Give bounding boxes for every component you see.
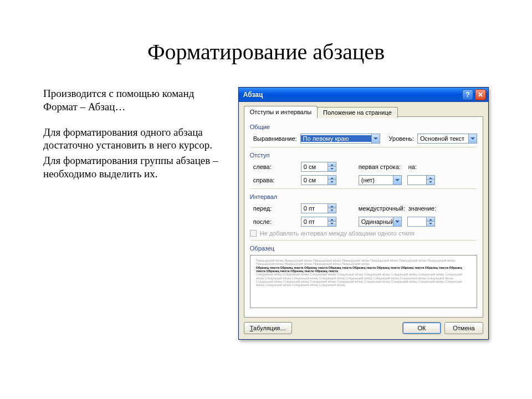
before-value: 0 пт (301, 205, 328, 212)
no-space-checkbox-row: Не добавлять интервал между абзацами одн… (250, 230, 477, 237)
paragraph-dialog: Абзац ? ✕ Отступы и интервалы Положение … (238, 87, 489, 340)
indent-heading: Отступ (250, 152, 477, 158)
spinner-buttons[interactable] (328, 204, 336, 213)
close-button[interactable]: ✕ (475, 89, 486, 100)
spinner-buttons[interactable] (426, 217, 434, 226)
ok-button[interactable]: ОК (402, 322, 441, 334)
no-space-label: Не добавлять интервал между абзацами одн… (260, 230, 415, 237)
before-label: перед: (253, 205, 298, 212)
indent-left-value: 0 см (301, 163, 328, 170)
firstline-on-spinner[interactable] (407, 175, 435, 185)
level-value: Основной текст (418, 135, 468, 142)
linespacing-label: междустрочный: (359, 205, 405, 212)
preview-box: Предыдущий абзац Предыдущий абзац Предыд… (250, 255, 477, 308)
indent-right-label: справа: (253, 177, 298, 183)
preview-sample: Образец текста Образец текста Образец те… (256, 266, 471, 273)
before-spinner[interactable]: 0 пт (301, 203, 336, 213)
indent-right-spinner[interactable]: 0 см (301, 175, 336, 185)
value-label: значение: (408, 205, 434, 212)
level-label: Уровень: (389, 135, 414, 142)
chevron-down-icon[interactable] (393, 217, 401, 226)
chevron-down-icon[interactable] (468, 134, 477, 143)
desc-line-2: Для форматирования одного абзаца достато… (43, 126, 223, 152)
desc-line-1: Производится с помощью команд Формат – А… (43, 87, 223, 114)
indent-left-label: слева: (253, 163, 298, 170)
spinner-buttons[interactable] (426, 176, 434, 185)
tab-strip: Отступы и интервалы Положение на страниц… (244, 106, 483, 117)
desc-line-3: Для форматирования группы абзацев – необ… (43, 154, 223, 181)
no-space-checkbox (250, 230, 257, 237)
dialog-titlebar[interactable]: Абзац ? ✕ (239, 88, 488, 102)
tabs-button[interactable]: Табуляция… (244, 322, 292, 334)
indent-left-spinner[interactable]: 0 см (301, 162, 336, 172)
align-label: Выравнивание: (253, 135, 297, 142)
general-heading: Общие (250, 124, 477, 130)
value-spinner[interactable] (407, 217, 435, 227)
linespacing-combo[interactable]: Одинарный (359, 217, 402, 227)
cancel-button[interactable]: Отмена (444, 322, 483, 334)
preview-next: Следующий абзац Следующий абзац Следующи… (256, 273, 471, 287)
indent-right-value: 0 см (301, 177, 328, 183)
after-value: 0 пт (301, 218, 328, 225)
dialog-button-row: Табуляция… ОК Отмена (244, 318, 483, 334)
spinner-buttons[interactable] (328, 162, 336, 171)
section-indent: Отступ слева: 0 см первая строка: на: сп… (250, 152, 477, 185)
level-combo[interactable]: Основной текст (417, 134, 477, 144)
firstline-label: первая строка: (359, 163, 405, 170)
chevron-down-icon[interactable] (371, 134, 380, 143)
tab-panel: Общие Выравнивание: По левому краю Урове… (244, 116, 483, 318)
preview-heading: Образец (250, 245, 477, 252)
spinner-buttons[interactable] (328, 217, 336, 226)
tab-position[interactable]: Положение на странице (317, 107, 398, 118)
interval-heading: Интервал (250, 193, 477, 200)
align-value: По левому краю (301, 135, 371, 142)
spinner-buttons[interactable] (328, 176, 336, 185)
section-interval: Интервал перед: 0 пт междустрочный: знач… (250, 193, 477, 237)
help-button[interactable]: ? (462, 89, 473, 100)
linespacing-value: Одинарный (359, 218, 393, 225)
firstline-combo[interactable]: (нет) (359, 175, 402, 185)
slide-title: Форматирование абзацев (0, 39, 532, 65)
tab-indents[interactable]: Отступы и интервалы (244, 106, 318, 117)
section-preview: Образец Предыдущий абзац Предыдущий абза… (250, 245, 477, 308)
after-spinner[interactable]: 0 пт (301, 217, 336, 227)
section-general: Общие Выравнивание: По левому краю Урове… (250, 124, 477, 144)
align-combo[interactable]: По левому краю (300, 134, 380, 144)
preview-prev: Предыдущий абзац Предыдущий абзац Предыд… (256, 259, 471, 266)
indent-on-label: на: (408, 163, 431, 170)
firstline-value: (нет) (359, 177, 393, 183)
chevron-down-icon[interactable] (393, 176, 401, 185)
slide-description: Производится с помощью команд Формат – А… (43, 87, 223, 340)
after-label: после: (253, 218, 298, 225)
dialog-title: Абзац (243, 91, 461, 99)
